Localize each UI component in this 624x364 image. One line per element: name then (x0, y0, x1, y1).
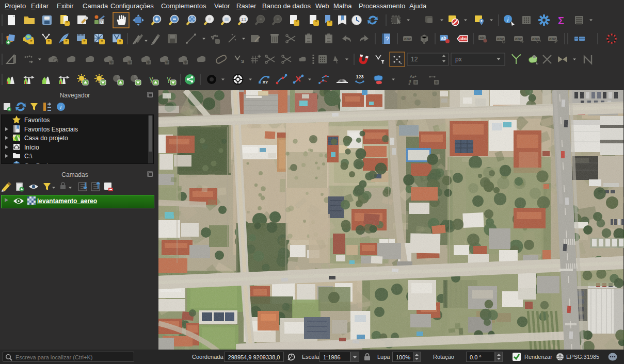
svg-text:*: * (295, 19, 298, 26)
svg-text:✱: ✱ (109, 60, 114, 65)
svg-text:ab: ab (441, 36, 446, 41)
svg-text:✱: ✱ (184, 60, 188, 65)
svg-text:abc: abc (515, 37, 522, 41)
svg-text:γ: γ (150, 75, 153, 83)
svg-text:abc: abc (404, 37, 411, 41)
svg-text:S: S (241, 59, 244, 64)
svg-text:abc: abc (532, 37, 539, 41)
svg-text:✱: ✱ (165, 60, 169, 65)
svg-text:12: 12 (411, 56, 418, 63)
svg-text:*: * (315, 19, 317, 26)
svg-text:*: * (328, 20, 331, 26)
svg-text:*: * (83, 39, 86, 45)
svg-text:*: * (47, 39, 50, 45)
svg-text:*: * (101, 39, 103, 45)
svg-text:Σ: Σ (558, 15, 564, 26)
svg-text:Az: Az (410, 74, 414, 79)
svg-text:*: * (30, 39, 33, 45)
svg-text:*: * (66, 20, 69, 26)
svg-text:γ: γ (167, 75, 171, 83)
svg-text:d: d (409, 79, 411, 84)
svg-text:✱: ✱ (435, 80, 439, 85)
svg-text:ab: ab (479, 36, 484, 40)
svg-text:*: * (119, 39, 121, 45)
svg-text:*: * (65, 39, 68, 45)
svg-text:px: px (455, 56, 462, 63)
svg-text:✱: ✱ (128, 60, 132, 65)
svg-text:✱: ✱ (147, 60, 151, 65)
svg-text:?: ? (385, 35, 389, 43)
svg-text:1:1: 1:1 (241, 18, 246, 21)
svg-text:abc: abc (549, 37, 556, 41)
svg-text:123: 123 (356, 74, 363, 79)
svg-text:a: a (100, 19, 104, 25)
svg-text:abc: abc (459, 36, 467, 41)
svg-text:✱: ✱ (414, 80, 418, 85)
svg-text:XY: XY (263, 80, 268, 85)
